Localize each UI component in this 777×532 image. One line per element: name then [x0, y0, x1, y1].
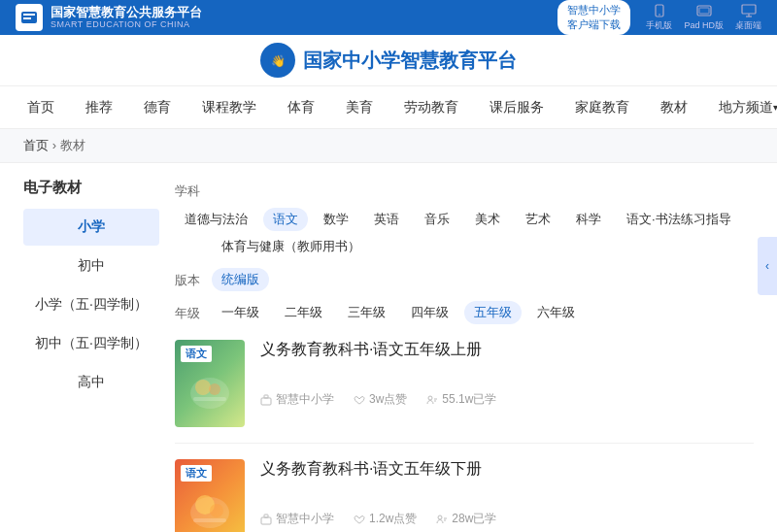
sidebar-title: 电子教材: [23, 179, 159, 197]
logo-svg: [19, 8, 39, 27]
breadcrumb-home[interactable]: 首页: [23, 138, 49, 152]
svg-rect-28: [261, 517, 271, 524]
filter-subject-row2: 体育与健康（教师用书）: [175, 235, 754, 258]
desktop-icon: [741, 4, 757, 17]
book-likes-label-1: 3w点赞: [369, 391, 407, 408]
book-item-1[interactable]: 语文 义务教育教科书·语文五年级上册 智慧中: [175, 340, 754, 444]
site-title-icon: 👋: [260, 43, 295, 78]
book-meta-1: 智慧中小学 3w点赞 55.1w已学: [260, 391, 754, 408]
filter-tag-daode[interactable]: 道德与法治: [175, 208, 257, 231]
breadcrumb: 首页 › 教材: [0, 129, 777, 163]
filter-tag-shuxue[interactable]: 数学: [314, 208, 358, 231]
like-icon-2: [354, 514, 365, 525]
filter-grade-label: 年级: [175, 301, 204, 322]
svg-point-4: [659, 14, 660, 16]
book-illustration-2: [186, 474, 234, 532]
main-nav: 首页 推荐 德育 课程教学 体育 美育 劳动教育 课后服务 家庭教育 教材 地方…: [0, 86, 777, 129]
filter-tag-grade3[interactable]: 三年级: [338, 301, 395, 324]
client-download-button[interactable]: 智慧中小学客户端下载: [557, 0, 630, 35]
building-icon-1: [260, 394, 272, 406]
book-likes-2: 1.2w点赞: [354, 511, 417, 527]
nav-course[interactable]: 课程教学: [198, 86, 260, 128]
like-icon-1: [354, 394, 365, 406]
book-cover-inner-1: 语文: [175, 340, 245, 427]
book-illustration-1: [186, 354, 234, 413]
filter-tag-yishu[interactable]: 艺术: [516, 208, 560, 231]
svg-rect-20: [193, 397, 226, 401]
filter-tag-tiyu[interactable]: 体育与健康（教师用书）: [212, 235, 370, 258]
device-desktop[interactable]: 桌面端: [735, 4, 761, 32]
filter-tag-kexue[interactable]: 科学: [566, 208, 611, 231]
filter-tag-yinyue[interactable]: 音乐: [415, 208, 459, 231]
svg-rect-6: [699, 8, 709, 14]
filter-tag-grade5[interactable]: 五年级: [464, 301, 522, 324]
header-top-bar: 国家智慧教育公共服务平台 SMART EDUCATION OF CHINA 智慧…: [0, 0, 777, 35]
sidebar-item-chuzhong[interactable]: 初中: [23, 248, 159, 284]
device-desktop-label: 桌面端: [735, 19, 761, 32]
filter-tag-yingyu[interactable]: 英语: [364, 208, 409, 231]
sidebar: 电子教材 小学 初中 小学（五·四学制） 初中（五·四学制） 高中: [23, 179, 159, 532]
nav-local[interactable]: 地方频道: [715, 86, 777, 128]
book-list: 语文 义务教育教科书·语文五年级上册 智慧中: [175, 340, 754, 532]
device-mobile[interactable]: 手机版: [646, 4, 672, 32]
filter-tag-shufa[interactable]: 语文·书法练习指导: [617, 208, 741, 231]
svg-point-26: [210, 504, 223, 517]
right-toggle-button[interactable]: ‹: [758, 237, 777, 295]
svg-rect-22: [264, 395, 268, 398]
nav-deyu[interactable]: 德育: [140, 86, 175, 128]
filter-edition-label: 版本: [175, 268, 204, 289]
filter-grade-tags: 一年级 二年级 三年级 四年级 五年级 六年级: [212, 301, 585, 324]
book-cover-inner-2: 语文: [175, 459, 245, 532]
svg-point-23: [428, 396, 432, 400]
site-title-bar: 👋 国家中小学智慧教育平台: [0, 35, 777, 86]
svg-rect-21: [261, 398, 271, 405]
device-pad-label: Pad HD版: [684, 19, 724, 32]
device-pad[interactable]: Pad HD版: [684, 4, 724, 32]
nav-afterschool[interactable]: 课后服务: [486, 86, 548, 128]
book-title-1: 义务教育教科书·语文五年级上册: [260, 340, 754, 360]
svg-point-18: [195, 380, 211, 395]
filter-tag-grade1[interactable]: 一年级: [212, 301, 269, 324]
book-item-2[interactable]: 语文 义务教育教科书·语文五年级下册 智慧中: [175, 459, 754, 532]
book-source-label-1: 智慧中小学: [276, 391, 334, 408]
svg-point-17: [190, 378, 229, 409]
filter-tag-yuwen[interactable]: 语文: [263, 208, 308, 231]
nav-recommend[interactable]: 推荐: [82, 86, 117, 128]
filter-tag-grade2[interactable]: 二年级: [275, 301, 332, 324]
svg-point-30: [438, 515, 442, 519]
book-source-label-2: 智慧中小学: [276, 511, 334, 527]
cover-label-2: 语文: [181, 465, 212, 482]
filter-subject-tags: 道德与法治 语文 数学 英语 音乐 美术 艺术 科学 语文·书法练习指导: [175, 208, 741, 231]
device-mobile-label: 手机版: [646, 19, 672, 32]
logo-sub: SMART EDUCATION OF CHINA: [51, 19, 202, 30]
sidebar-item-chuzhong-54[interactable]: 初中（五·四学制）: [23, 325, 159, 362]
nav-art[interactable]: 美育: [342, 86, 377, 128]
filter-grade-row: 年级 一年级 二年级 三年级 四年级 五年级 六年级: [175, 301, 754, 324]
book-cover-2: 语文: [175, 459, 245, 532]
nav-textbook[interactable]: 教材: [657, 86, 692, 128]
sidebar-item-xiaoxue[interactable]: 小学: [23, 209, 159, 246]
filter-tag-grade6[interactable]: 六年级: [527, 301, 585, 324]
building-icon-2: [260, 514, 272, 525]
main-content: 电子教材 小学 初中 小学（五·四学制） 初中（五·四学制） 高中 学科 道德与…: [0, 163, 777, 532]
filter-tag-grade4[interactable]: 四年级: [401, 301, 458, 324]
book-learners-1: 55.1w已学: [426, 391, 496, 408]
sidebar-item-gaozhong[interactable]: 高中: [23, 364, 159, 401]
book-info-1: 义务教育教科书·语文五年级上册 智慧中小学 3w点赞 55.1w已学: [260, 340, 754, 408]
hand-wave-icon: 👋: [267, 50, 288, 71]
nav-family[interactable]: 家庭教育: [571, 86, 633, 128]
cover-label-1: 语文: [181, 346, 212, 362]
nav-sports[interactable]: 体育: [284, 86, 319, 128]
book-cover-1: 语文: [175, 340, 245, 427]
filter-tag-tongbian[interactable]: 统编版: [212, 268, 269, 291]
nav-labor[interactable]: 劳动教育: [400, 86, 462, 128]
sidebar-item-xiaoxue-54[interactable]: 小学（五·四学制）: [23, 286, 159, 323]
nav-home[interactable]: 首页: [23, 86, 58, 128]
filter-tag-meishu[interactable]: 美术: [465, 208, 510, 231]
book-likes-1: 3w点赞: [354, 391, 407, 408]
svg-rect-27: [193, 518, 226, 522]
logo-text: 国家智慧教育公共服务平台 SMART EDUCATION OF CHINA: [51, 5, 202, 30]
pad-icon: [696, 4, 712, 17]
book-meta-2: 智慧中小学 1.2w点赞 28w已学: [260, 511, 754, 527]
logo-icon: [16, 4, 43, 31]
